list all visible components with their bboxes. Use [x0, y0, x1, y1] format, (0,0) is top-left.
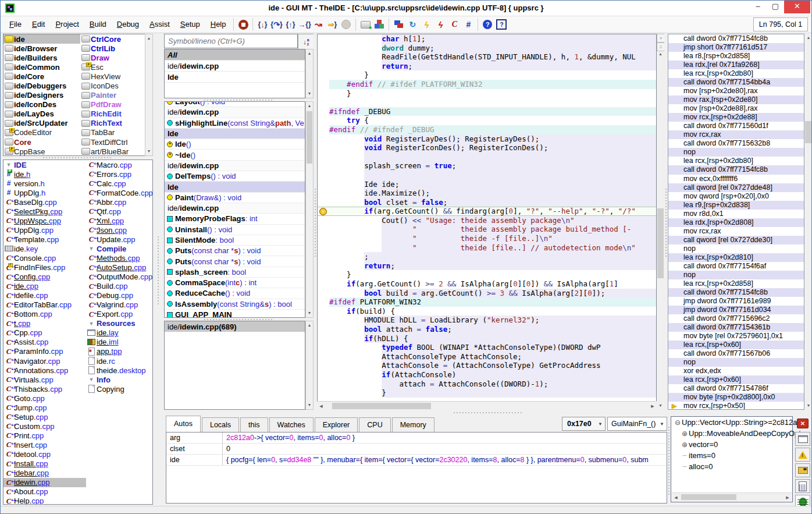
disasm-row[interactable]: lea rcx,[rsp+0x2db80] [668, 157, 804, 165]
run-to-cursor-icon[interactable]: →{} [297, 17, 311, 31]
file-item-calc-cpp[interactable]: C++Calc.cpp [86, 179, 152, 188]
scroll-up-icon[interactable]: ▲ [306, 321, 313, 329]
disasm-row[interactable]: nop [668, 271, 804, 279]
file-item-uppdlg-h[interactable]: #UppDlg.h [3, 188, 86, 197]
tab-memory[interactable]: Memory [392, 417, 435, 432]
file-item-selectpkg-cpp[interactable]: C++SelectPkg.cpp [3, 207, 86, 216]
code-line[interactable]: " theide assembly package build_method [… [318, 225, 656, 234]
disasm-row[interactable]: mov [rsp+0x2de80],rax [668, 87, 804, 95]
member-scrollbar[interactable]: ▲ ▼ [305, 101, 314, 318]
code-line[interactable]: typedef BOOL (WINAPI *AttachConsoleType)… [318, 343, 656, 352]
code-line[interactable]: void RegisterLayDes(); RegisterLayDes(); [318, 134, 656, 144]
menu-project[interactable]: Project [50, 20, 84, 29]
member-item[interactable]: Puts(const char *s) : void [165, 256, 305, 267]
package-item-ide[interactable]: ide [3, 34, 80, 44]
code-line[interactable]: char h[1]; [318, 34, 656, 44]
disasm-row[interactable]: nop [668, 244, 804, 253]
sort-button[interactable]: ↓ az [298, 34, 315, 49]
file-item-install-cpp[interactable]: C++Install.cpp [3, 459, 86, 469]
file-item-config-cpp[interactable]: C++Config.cpp [3, 272, 86, 282]
file-item-update-cpp[interactable]: C++Update.cpp [86, 235, 152, 244]
step-into-icon[interactable]: {↓} [255, 17, 269, 31]
preprocess-icon[interactable]: # [461, 17, 475, 31]
disasm-row[interactable]: jmp dword 0x7ff77161d034 [668, 306, 804, 314]
disasm-row[interactable]: xor edx,edx [668, 367, 804, 375]
disasm-row[interactable]: call dword 0x7ff7715696c2 [668, 314, 804, 323]
file-item-ide-h[interactable]: #Pide.h [3, 169, 86, 179]
file-item-print-cpp[interactable]: C++Print.cpp [3, 431, 86, 440]
file-item-debug-cpp[interactable]: C++Debug.cpp [86, 291, 152, 300]
help-topics-icon[interactable]: ? [480, 17, 494, 31]
scroll-up-icon[interactable]: ▲ [145, 34, 152, 42]
disasm-row[interactable]: jmp short 0x7ff77161d517 [668, 43, 804, 52]
code-line[interactable] [318, 153, 656, 162]
step-over-icon[interactable]: {↷} [269, 17, 283, 31]
package-item-ide-laydes[interactable]: ide/LayDes [3, 109, 80, 119]
scroll-up-icon[interactable]: ▲ [306, 102, 313, 110]
disasm-row[interactable]: call dword 0x7ff77154fc8b [668, 288, 804, 297]
package-item-ide-designers[interactable]: ide/Designers [3, 91, 80, 100]
package-item-ide-builders[interactable]: ide/Builders [3, 53, 80, 62]
watch-row[interactable]: arg2c812a0->{ vector=0, items=0, alloc=0… [166, 433, 667, 444]
tab-locals[interactable]: Locals [202, 417, 239, 432]
file-item-custom-cpp[interactable]: C++Custom.cpp [3, 421, 86, 431]
file-item-ide-rc[interactable]: ide.rc [86, 356, 152, 366]
disasm-row[interactable]: call qword [rel 0x727dde48] [668, 183, 804, 192]
menu-setup[interactable]: Setup [175, 20, 205, 29]
member-item[interactable]: ReduceCache() : void [165, 288, 305, 299]
scrollbar-thumb[interactable] [332, 403, 431, 409]
member-item[interactable]: CommaSpace(int c) : int [165, 278, 305, 288]
scrollbar-thumb[interactable] [657, 208, 664, 278]
scrollbar-thumb[interactable] [681, 494, 736, 500]
disasm-row[interactable]: mov r8d,0x1 [668, 210, 804, 218]
file-item-autosetup-cpp[interactable]: C++AutoSetup.cpp [86, 263, 152, 272]
scroll-up-icon[interactable]: ▲ [657, 50, 664, 58]
console-output-icon[interactable] [795, 432, 810, 446]
package-item-hexview[interactable]: HexView [80, 72, 145, 81]
code-line[interactable]: HMODULE hDLL = LoadLibrary ("kernel32"); [318, 316, 656, 325]
disasm-row[interactable]: lea rcx,[rsp+0x2d810] [668, 253, 804, 262]
code-line[interactable]: } [318, 89, 656, 98]
disasm-row[interactable]: call dword 0x7ff77154f6af [668, 262, 804, 271]
set-ip-icon[interactable]: ⇒} [325, 17, 339, 31]
file-item-methods-cpp[interactable]: C++Methods.cpp [86, 253, 152, 263]
file-item-build-cpp[interactable]: C++Build.cpp [86, 282, 152, 291]
expand-icon[interactable]: ⊕ [681, 430, 689, 438]
member-item[interactable]: MemoryProbeFlags : int [165, 214, 305, 224]
editor-vscrollbar[interactable]: ≡ ⁞⁞ ▲ ▼ [657, 34, 664, 410]
find-in-files-icon[interactable] [795, 463, 810, 477]
disasm-row[interactable]: jmp dword 0x7ff77161e989 [668, 297, 804, 306]
disasm-row[interactable]: lea r9,[rsp+0x2d838] [668, 201, 804, 210]
code-line[interactable]: if(arg.GetCount() >= 2 && IsAlpha(arg[0]… [318, 279, 656, 289]
scroll-right-icon[interactable]: ▶ [783, 493, 792, 501]
file-item-version-h[interactable]: #version.h [3, 179, 86, 188]
file-item-console-cpp[interactable]: C++Console.cpp [3, 253, 86, 263]
file-item-qtf-cpp[interactable]: C++Qtf.cpp [86, 207, 152, 216]
code-line[interactable]: if(build) { [318, 307, 656, 316]
tab-cpu[interactable]: CPU [359, 417, 390, 432]
main-left-splitter[interactable] [154, 34, 163, 505]
file-item-export-cpp[interactable]: C++Export.cpp [86, 310, 152, 319]
code-line[interactable]: ide.Maximize(); [318, 189, 656, 198]
code-line[interactable]: } [318, 388, 656, 398]
scroll-right-icon[interactable]: ▶ [649, 402, 657, 410]
disasm-row[interactable]: mov byte [rsp+0x2d800],0x0 [668, 393, 804, 402]
disasm-row[interactable]: nop [668, 358, 804, 367]
expand-icon[interactable]: ⊕ [681, 441, 689, 449]
scope-item[interactable]: ide/idewin.cpp [165, 61, 305, 72]
disasm-row[interactable]: call dword 0x7ff77154fc8b [668, 165, 804, 174]
package-item-ide-icondes[interactable]: ide/IconDes [3, 100, 80, 109]
disasm-row[interactable]: call dword 0x7ff7715632b8 [668, 139, 804, 148]
file-item-jump-cpp[interactable]: C++Jump.cpp [3, 403, 86, 412]
file-item-thisbacks-cpp[interactable]: C++Thisbacks.cpp [3, 384, 86, 394]
member-item[interactable]: Paint(Draw&) : void [165, 193, 305, 203]
file-item-paraminfo-cpp[interactable]: C++ParamInfo.cpp [3, 347, 86, 356]
member-item[interactable]: Uninstall() : void [165, 225, 305, 235]
package-item-icondes[interactable]: IconDes [80, 81, 145, 90]
disasm-row[interactable]: nop [668, 148, 804, 157]
code-line[interactable]: ; [318, 252, 656, 261]
file-item-editortabbar-cpp[interactable]: C++EditorTabBar.cpp [3, 300, 86, 310]
code-line[interactable]: bool attach = false; [318, 325, 656, 334]
code-line[interactable]: return; [318, 261, 656, 271]
code-line[interactable]: bool clset = false; [318, 198, 656, 207]
